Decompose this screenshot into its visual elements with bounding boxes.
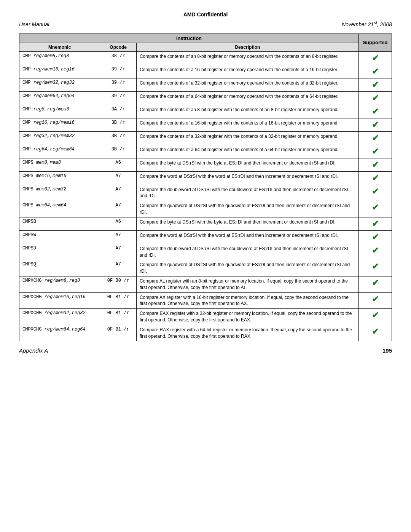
description-cell: Compare AX register with a 16-bit regist… xyxy=(136,292,358,309)
table-row: CMP reg16,reg/mem163B /rCompare the cont… xyxy=(19,118,392,131)
supported-cell: ✔ xyxy=(358,145,392,158)
description-cell: Compare EAX register with a 32-bit regis… xyxy=(136,309,358,325)
mnemonic-cell: CMP reg32,reg/mem32 xyxy=(19,131,100,145)
opcode-cell: 39 /r xyxy=(100,65,137,78)
checkmark-icon: ✔ xyxy=(372,203,379,212)
table-row: CMPXCHG reg/mem32,reg320F B1 /rCompare E… xyxy=(19,309,392,325)
checkmark-icon: ✔ xyxy=(372,160,379,169)
mnemonic-header: Mnemonic xyxy=(19,43,100,51)
mnemonic-cell: CMPXCHG reg/mem64,reg64 xyxy=(19,325,100,341)
description-cell: Compare RAX register with a 64-bit regis… xyxy=(136,325,358,341)
footer-right: 195 xyxy=(382,347,392,354)
mnemonic-cell: CMP reg/mem64,reg64 xyxy=(19,91,100,105)
checkmark-icon: ✔ xyxy=(372,93,379,103)
mnemonic-cell: CMP reg/mem8,reg8 xyxy=(19,51,100,65)
mnemonic-cell: CMPS mem8,mem8 xyxy=(19,158,100,171)
opcode-cell: A7 xyxy=(100,185,137,201)
supported-cell: ✔ xyxy=(358,78,392,91)
checkmark-icon: ✔ xyxy=(372,262,379,271)
supported-header: Supported xyxy=(358,34,392,51)
supported-cell: ✔ xyxy=(358,260,392,276)
opcode-cell: 3B /r xyxy=(100,145,137,158)
description-cell: Compare the contents of a 32-bit registe… xyxy=(136,78,358,91)
opcode-cell: 39 /r xyxy=(100,91,137,105)
checkmark-icon: ✔ xyxy=(372,53,379,63)
header-left: User Manual xyxy=(19,21,49,27)
supported-cell: ✔ xyxy=(358,118,392,131)
description-cell: Compare the contents of a 64-bit registe… xyxy=(136,145,358,158)
mnemonic-cell: CMPS mem64,mem64 xyxy=(19,201,100,217)
table-row: CMPS mem32,mem32A7Compare the doubleword… xyxy=(19,185,392,201)
opcode-cell: 0F B1 /r xyxy=(100,292,137,309)
table-row: CMP reg/mem64,reg6439 /rCompare the cont… xyxy=(19,91,392,105)
opcode-cell: A7 xyxy=(100,201,137,217)
mnemonic-cell: CMP reg/mem16,reg16 xyxy=(19,65,100,78)
header-right: November 21st, 2008 xyxy=(342,20,392,27)
checkmark-icon: ✔ xyxy=(372,67,379,76)
checkmark-icon: ✔ xyxy=(372,246,379,255)
description-cell: Compare the word at DS:rSI with the word… xyxy=(136,171,358,185)
table-row: CMPS mem8,mem8A6Compare the byte at DS:r… xyxy=(19,158,392,171)
opcode-cell: 3B /r xyxy=(100,131,137,145)
checkmark-icon: ✔ xyxy=(372,147,379,156)
supported-cell: ✔ xyxy=(358,292,392,309)
opcode-cell: A6 xyxy=(100,217,137,230)
table-row: CMPSWA7Compare the word at DS:rSI with t… xyxy=(19,230,392,244)
supported-cell: ✔ xyxy=(358,217,392,230)
checkmark-icon: ✔ xyxy=(372,219,379,228)
opcode-cell: 38 /r xyxy=(100,51,137,65)
opcode-cell: 0F B0 /r xyxy=(100,276,137,293)
supported-cell: ✔ xyxy=(358,201,392,217)
checkmark-icon: ✔ xyxy=(372,294,379,304)
mnemonic-cell: CMP reg64,reg/mem64 xyxy=(19,145,100,158)
table-row: CMPXCHG reg/mem64,reg640F B1 /rCompare R… xyxy=(19,325,392,341)
opcode-cell: 39 /r xyxy=(100,78,137,91)
description-cell: Compare the contents of an 8-bit registe… xyxy=(136,51,358,65)
mnemonic-cell: CMPSD xyxy=(19,244,100,260)
table-row: CMPXCHG reg/mem8,reg80F B0 /rCompare AL … xyxy=(19,276,392,293)
supported-cell: ✔ xyxy=(358,276,392,293)
mnemonic-cell: CMPXCHG reg/mem8,reg8 xyxy=(19,276,100,293)
checkmark-icon: ✔ xyxy=(372,310,379,320)
checkmark-icon: ✔ xyxy=(372,173,379,183)
mnemonic-cell: CMPSQ xyxy=(19,260,100,276)
description-cell: Compare the contents of a 32-bit registe… xyxy=(136,131,358,145)
description-cell: Compare the contents of a 16-bit registe… xyxy=(136,118,358,131)
footer-left: Appendix A xyxy=(19,347,48,354)
supported-cell: ✔ xyxy=(358,185,392,201)
supported-cell: ✔ xyxy=(358,105,392,118)
opcode-cell: 0F B1 /r xyxy=(100,309,137,325)
mnemonic-cell: CMP reg16,reg/mem16 xyxy=(19,118,100,131)
description-cell: Compare AL register with an 8-bit regist… xyxy=(136,276,358,293)
opcode-header: Opcode xyxy=(100,43,137,51)
mnemonic-cell: CMPXCHG reg/mem32,reg32 xyxy=(19,309,100,325)
opcode-cell: 3A /r xyxy=(100,105,137,118)
description-cell: Compare the contents of a 16-bit registe… xyxy=(136,65,358,78)
opcode-cell: 3B /r xyxy=(100,118,137,131)
mnemonic-cell: CMPS mem32,mem32 xyxy=(19,185,100,201)
table-row: CMPSDA7Compare the doubleword at DS:rSI … xyxy=(19,244,392,260)
instruction-header: Instruction xyxy=(19,34,359,43)
description-cell: Compare the byte at DS:rSI with the byte… xyxy=(136,217,358,230)
table-row: CMP reg8,reg/mem83A /rCompare the conten… xyxy=(19,105,392,118)
supported-cell: ✔ xyxy=(358,91,392,105)
table-row: CMP reg/mem8,reg838 /rCompare the conten… xyxy=(19,51,392,65)
mnemonic-cell: CMP reg8,reg/mem8 xyxy=(19,105,100,118)
checkmark-icon: ✔ xyxy=(372,187,379,196)
checkmark-icon: ✔ xyxy=(372,278,379,288)
supported-cell: ✔ xyxy=(358,244,392,260)
mnemonic-cell: CMPSW xyxy=(19,230,100,244)
supported-cell: ✔ xyxy=(358,230,392,244)
table-row: CMP reg64,reg/mem643B /rCompare the cont… xyxy=(19,145,392,158)
checkmark-icon: ✔ xyxy=(372,232,379,242)
supported-cell: ✔ xyxy=(358,325,392,341)
checkmark-icon: ✔ xyxy=(372,107,379,116)
table-row: CMPS mem16,mem16A7Compare the word at DS… xyxy=(19,171,392,185)
checkmark-icon: ✔ xyxy=(372,120,379,129)
table-row: CMP reg32,reg/mem323B /rCompare the cont… xyxy=(19,131,392,145)
supported-cell: ✔ xyxy=(358,158,392,171)
description-cell: Compare the byte at DS:rSI with the byte… xyxy=(136,158,358,171)
mnemonic-cell: CMP reg/mem32,reg32 xyxy=(19,78,100,91)
table-row: CMPS mem64,mem64A7Compare the quadword a… xyxy=(19,201,392,217)
header-title: AMD Confidential xyxy=(19,11,392,18)
